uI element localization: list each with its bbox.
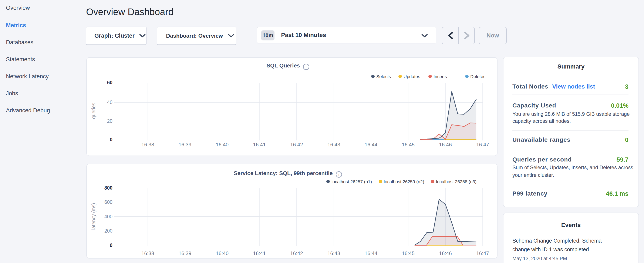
svg-text:16:47: 16:47 bbox=[476, 250, 489, 256]
svg-text:Deletes: Deletes bbox=[470, 74, 486, 79]
svg-text:latency (ms): latency (ms) bbox=[91, 203, 96, 229]
svg-text:16:46: 16:46 bbox=[439, 250, 452, 256]
svg-text:16:44: 16:44 bbox=[365, 250, 378, 256]
svg-text:16:42: 16:42 bbox=[290, 142, 303, 147]
svg-text:0: 0 bbox=[110, 137, 112, 142]
svg-text:16:40: 16:40 bbox=[216, 250, 228, 256]
svg-text:16:45: 16:45 bbox=[402, 142, 414, 147]
svg-text:16:41: 16:41 bbox=[253, 142, 266, 147]
svg-text:16:43: 16:43 bbox=[328, 250, 340, 256]
svg-text:16:41: 16:41 bbox=[253, 250, 266, 256]
svg-text:200: 200 bbox=[104, 228, 112, 234]
svg-text:16:39: 16:39 bbox=[178, 250, 191, 256]
svg-text:16:39: 16:39 bbox=[178, 142, 191, 147]
svg-text:localhost:26257 (n1): localhost:26257 (n1) bbox=[332, 179, 372, 184]
svg-text:16:46: 16:46 bbox=[439, 142, 452, 147]
svg-text:400: 400 bbox=[104, 214, 112, 219]
svg-text:60: 60 bbox=[107, 80, 112, 85]
svg-text:0: 0 bbox=[110, 242, 112, 248]
svg-text:Selects: Selects bbox=[376, 74, 391, 79]
svg-text:localhost:26259 (n2): localhost:26259 (n2) bbox=[384, 179, 424, 184]
svg-text:localhost:26258 (n3): localhost:26258 (n3) bbox=[436, 179, 476, 184]
svg-text:Inserts: Inserts bbox=[434, 74, 447, 79]
svg-text:20: 20 bbox=[107, 118, 112, 124]
svg-text:40: 40 bbox=[107, 100, 112, 105]
svg-text:16:38: 16:38 bbox=[142, 250, 154, 256]
svg-text:16:47: 16:47 bbox=[476, 142, 489, 147]
svg-text:800: 800 bbox=[104, 185, 112, 191]
svg-text:16:44: 16:44 bbox=[365, 142, 378, 147]
svg-text:16:40: 16:40 bbox=[216, 142, 228, 147]
svg-text:600: 600 bbox=[104, 199, 112, 205]
svg-text:16:42: 16:42 bbox=[290, 250, 303, 256]
svg-text:16:45: 16:45 bbox=[402, 250, 414, 256]
svg-text:Updates: Updates bbox=[404, 74, 420, 79]
svg-text:16:38: 16:38 bbox=[142, 142, 154, 147]
svg-text:16:43: 16:43 bbox=[328, 142, 340, 147]
svg-text:queries: queries bbox=[91, 103, 96, 119]
